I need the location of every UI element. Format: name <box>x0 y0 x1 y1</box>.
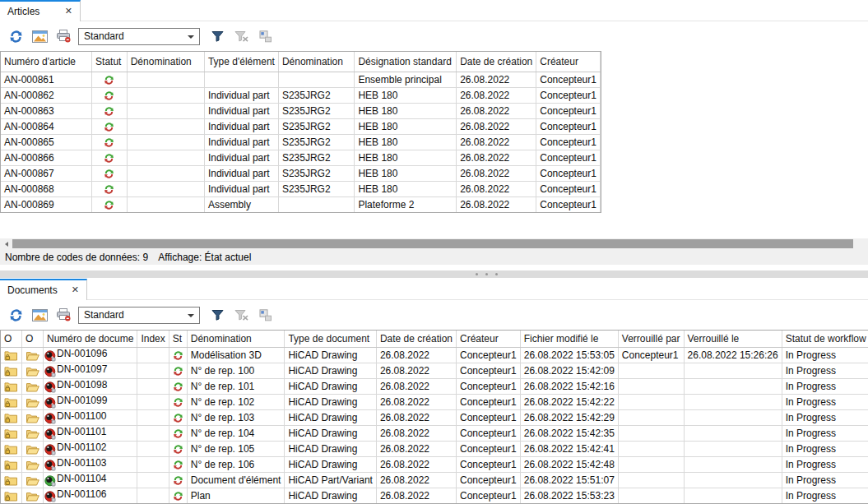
document-type: HiCAD Drawing <box>285 456 376 472</box>
article-row[interactable]: AN-000862Individual partS235JRG2HEB 1802… <box>1 87 601 103</box>
document-row[interactable]: DN-001096Modélisation 3DHiCAD Drawing26.… <box>1 347 868 363</box>
hicad-document-icon <box>44 381 56 394</box>
column-header-d-nomination-4[interactable]: Dénomination <box>278 52 354 72</box>
locked-folder-icon <box>1 394 22 409</box>
article-denomination <box>127 150 204 165</box>
document-created-date: 26.08.2022 <box>376 425 456 441</box>
article-row[interactable]: AN-000865Individual partS235JRG2HEB 1802… <box>1 134 601 150</box>
tab-articles[interactable]: Articles ✕ <box>0 0 81 21</box>
column-header-d-nomination-2[interactable]: Dénomination <box>127 52 204 72</box>
sync-status-icon <box>169 363 187 378</box>
column-header-fichier-modifi-le-9[interactable]: Fichier modifié le <box>520 331 618 347</box>
document-type: HiCAD Drawing <box>285 363 376 378</box>
document-workflow-status: In Progress <box>782 363 868 378</box>
document-creator: Concepteur1 <box>456 409 520 425</box>
column-header-verrouill-le-11[interactable]: Verrouillé le <box>684 331 782 347</box>
articles-tabbar: Articles ✕ <box>0 0 868 21</box>
article-material <box>278 72 354 87</box>
document-row[interactable]: DN-001102N° de rep. 105HiCAD Drawing26.0… <box>1 441 868 456</box>
article-row[interactable]: AN-000861Ensemble principal26.08.2022Con… <box>1 72 601 87</box>
document-workflow-status: In Progress <box>782 378 868 394</box>
close-icon[interactable]: ✕ <box>72 285 79 294</box>
clear-filter-icon[interactable] <box>230 25 253 47</box>
column-header-statut-de-workflow-12[interactable]: Statut de workflow <box>782 331 868 347</box>
link-documents-icon[interactable] <box>253 25 277 47</box>
article-element-type: Individual part <box>204 118 278 134</box>
pane-splitter[interactable] <box>0 270 868 278</box>
refresh-icon[interactable] <box>4 25 28 47</box>
article-row[interactable]: AN-000864Individual partS235JRG2HEB 1802… <box>1 118 601 134</box>
tab-documents[interactable]: Documents ✕ <box>0 279 87 300</box>
preview-icon[interactable] <box>28 25 52 47</box>
article-number: AN-000868 <box>1 181 92 197</box>
scroll-left-arrow-icon[interactable] <box>0 238 12 249</box>
locked-folder-icon <box>1 425 22 441</box>
close-icon[interactable]: ✕ <box>65 7 72 16</box>
filter-preset-value: Standard <box>84 309 124 321</box>
column-header-statut-1[interactable]: Statut <box>92 52 128 72</box>
column-header-d-nomination-5[interactable]: Dénomination <box>187 331 285 347</box>
document-row[interactable]: DN-001103N° de rep. 106HiCAD Drawing26.0… <box>1 456 868 472</box>
column-header-index-3[interactable]: Index <box>137 331 169 347</box>
document-number-text: DN-001099 <box>57 395 107 406</box>
column-header-o-1[interactable]: O <box>22 331 44 347</box>
column-header-type-de-document-6[interactable]: Type de document <box>285 331 376 347</box>
article-creator: Concepteur1 <box>536 103 601 118</box>
article-creator: Concepteur1 <box>536 87 601 103</box>
document-row[interactable]: DN-001101N° de rep. 104HiCAD Drawing26.0… <box>1 425 868 441</box>
print-icon[interactable] <box>52 304 76 326</box>
filter-preset-combobox[interactable]: Standard <box>78 28 200 45</box>
article-row[interactable]: AN-000866Individual partS235JRG2HEB 1802… <box>1 150 601 165</box>
column-header-st-4[interactable]: St <box>169 331 187 347</box>
column-header-num-ro-d-article-0[interactable]: Numéro d'article <box>1 52 92 72</box>
document-creator: Concepteur1 <box>456 378 520 394</box>
document-number: DN-001101 <box>44 425 137 441</box>
column-header-date-de-cr-ation-6[interactable]: Date de création <box>457 52 536 72</box>
filter-icon[interactable] <box>206 25 230 47</box>
filter-preset-combobox[interactable]: Standard <box>78 307 200 324</box>
open-folder-icon <box>22 456 44 472</box>
document-row[interactable]: DN-001106PlanHiCAD Drawing26.08.2022Conc… <box>1 488 868 503</box>
column-header-num-ro-de-docume-2[interactable]: Numéro de docume <box>44 331 137 347</box>
document-row[interactable]: DN-001099N° de rep. 102HiCAD Drawing26.0… <box>1 394 868 409</box>
document-row[interactable]: DN-001097N° de rep. 100HiCAD Drawing26.0… <box>1 363 868 378</box>
column-header-cr-ateur-7[interactable]: Créateur <box>536 52 601 72</box>
article-creator: Concepteur1 <box>536 72 601 87</box>
column-header-verrouill-par-10[interactable]: Verrouillé par <box>618 331 684 347</box>
column-header-date-de-cr-ation-7[interactable]: Date de création <box>376 331 456 347</box>
preview-icon[interactable] <box>28 304 52 326</box>
article-creator: Concepteur1 <box>536 165 601 181</box>
chevron-down-icon <box>188 35 194 39</box>
document-denomination: N° de rep. 103 <box>187 409 285 425</box>
column-header-type-d-l-ment-3[interactable]: Type d'élément <box>204 52 278 72</box>
document-modified-date: 26.08.2022 15:42:22 <box>520 394 618 409</box>
article-row[interactable]: AN-000863Individual partS235JRG2HEB 1802… <box>1 103 601 118</box>
document-creator: Concepteur1 <box>456 363 520 378</box>
horizontal-scrollbar[interactable] <box>0 238 868 249</box>
clear-filter-icon[interactable] <box>230 304 253 326</box>
scrollbar-thumb[interactable] <box>12 239 853 248</box>
document-row[interactable]: DN-001098N° de rep. 101HiCAD Drawing26.0… <box>1 378 868 394</box>
document-number: DN-001100 <box>44 409 137 425</box>
article-material: S235JRG2 <box>278 87 354 103</box>
document-locked-on <box>684 472 782 488</box>
print-icon[interactable] <box>52 25 76 47</box>
filter-icon[interactable] <box>206 304 230 326</box>
article-row[interactable]: AN-000869AssemblyPlateforme 226.08.2022C… <box>1 197 601 212</box>
article-created-date: 26.08.2022 <box>457 150 536 165</box>
hicad-document-icon <box>44 444 56 456</box>
document-row[interactable]: DN-001100N° de rep. 103HiCAD Drawing26.0… <box>1 409 868 425</box>
refresh-icon[interactable] <box>4 304 28 326</box>
link-documents-icon[interactable] <box>253 304 277 326</box>
document-row[interactable]: DN-001104Document d'élémentHiCAD Part/Va… <box>1 472 868 488</box>
document-number-text: DN-001097 <box>57 363 107 375</box>
locked-folder-icon <box>1 456 22 472</box>
sync-status-icon <box>169 378 187 394</box>
article-row[interactable]: AN-000867Individual partS235JRG2HEB 1802… <box>1 165 601 181</box>
document-creator: Concepteur1 <box>456 394 520 409</box>
column-header-d-signation-standard-5[interactable]: Désignation standard <box>355 52 457 72</box>
article-row[interactable]: AN-000868Individual partS235JRG2HEB 1802… <box>1 181 601 197</box>
column-header-cr-ateur-8[interactable]: Créateur <box>456 331 520 347</box>
column-header-o-0[interactable]: O <box>1 331 22 347</box>
article-created-date: 26.08.2022 <box>457 72 536 87</box>
